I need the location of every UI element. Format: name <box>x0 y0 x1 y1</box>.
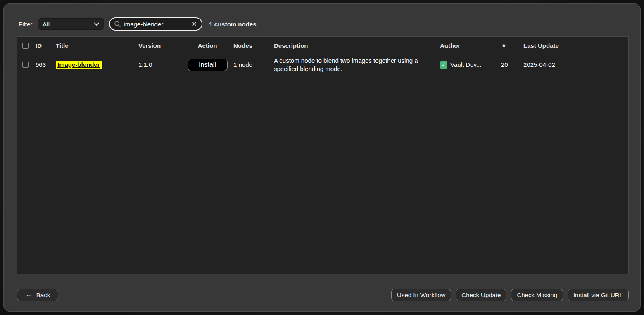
row-id: 963 <box>36 61 56 68</box>
select-all-checkbox[interactable] <box>22 43 29 49</box>
back-arrow-icon: ← <box>25 291 33 298</box>
back-button[interactable]: ← Back <box>17 289 58 301</box>
header-star-icon: ★ <box>501 42 523 49</box>
header-description: Description <box>274 42 440 49</box>
row-checkbox[interactable] <box>22 62 29 68</box>
row-title-link[interactable]: Image-blender <box>56 61 102 69</box>
custom-nodes-count: 1 custom nodes <box>209 21 256 28</box>
install-via-git-url-button[interactable]: Install via Git URL <box>568 289 629 301</box>
filter-label: Filter <box>19 21 32 28</box>
install-button[interactable]: Install <box>188 59 228 71</box>
custom-nodes-table: ID Title Version Action Nodes Descriptio… <box>17 36 629 274</box>
footer-bar: ← Back Used In Workflow Check Update Che… <box>17 288 629 301</box>
back-button-label: Back <box>36 291 50 298</box>
row-author[interactable]: Vault Dev... <box>450 61 481 68</box>
check-missing-button[interactable]: Check Missing <box>511 289 563 301</box>
row-nodes: 1 node <box>233 61 274 68</box>
verified-check-icon: ✓ <box>440 61 447 69</box>
filter-select-value: All <box>43 21 50 28</box>
row-last-update: 2025-04-02 <box>523 61 628 68</box>
check-update-button[interactable]: Check Update <box>456 289 506 301</box>
table-row: 963 Image-blender 1.1.0 Install 1 node A… <box>17 54 628 75</box>
row-description: A custom node to blend two images togeth… <box>274 57 440 73</box>
footer-actions: Used In Workflow Check Update Check Miss… <box>391 289 629 301</box>
row-version: 1.1.0 <box>138 61 184 68</box>
header-nodes: Nodes <box>233 42 274 49</box>
search-icon <box>114 21 121 28</box>
chevron-down-icon <box>94 22 100 26</box>
header-version: Version <box>138 42 184 49</box>
search-input[interactable] <box>124 21 191 28</box>
filter-select[interactable]: All <box>38 18 104 30</box>
table-header-row: ID Title Version Action Nodes Descriptio… <box>17 37 628 54</box>
header-id: ID <box>36 42 56 49</box>
clear-search-icon[interactable]: ✕ <box>191 21 198 27</box>
filter-bar: Filter All ✕ 1 custom nodes <box>17 18 629 30</box>
used-in-workflow-button[interactable]: Used In Workflow <box>391 289 451 301</box>
custom-nodes-manager-dialog: Filter All ✕ 1 custom nodes ID Title Ver… <box>3 3 641 312</box>
header-action: Action <box>184 42 233 49</box>
header-title: Title <box>56 42 138 49</box>
search-box: ✕ <box>109 17 202 31</box>
header-last-update: Last Update <box>523 42 628 49</box>
row-stars: 20 <box>501 61 523 68</box>
header-author: Author <box>440 42 501 49</box>
